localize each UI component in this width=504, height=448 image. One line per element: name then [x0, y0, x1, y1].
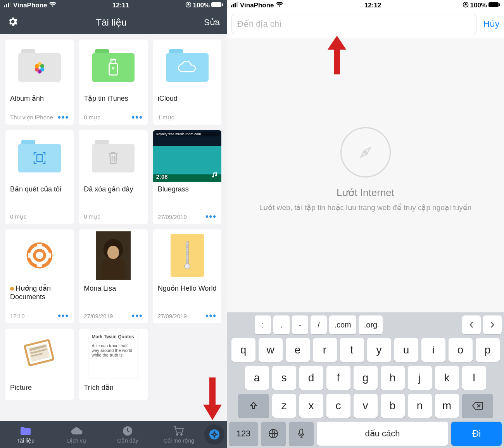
browser-button[interactable] [204, 424, 224, 445]
tile-guide[interactable]: Hướng dẫn Documents 12:10••• [5, 229, 74, 323]
svg-point-26 [176, 434, 178, 435]
tile-sub: Thư viện iPhone [10, 114, 53, 121]
key-org[interactable]: .org [359, 315, 383, 334]
key-n[interactable]: n [408, 394, 432, 418]
key-y[interactable]: y [367, 338, 391, 362]
tile-itunes[interactable]: Tập tin iTunes 0 mục••• [79, 40, 147, 125]
key-go[interactable]: Đi [451, 422, 502, 446]
scan-icon [32, 150, 47, 166]
key-m[interactable]: m [435, 394, 459, 418]
key-mic[interactable] [289, 422, 314, 446]
battery-icon [211, 2, 223, 9]
key-prev[interactable] [462, 315, 481, 334]
folder-icon [20, 426, 31, 436]
key-dot[interactable]: . [273, 315, 290, 334]
key-k[interactable]: k [435, 366, 459, 390]
keyboard-accessory: : . - / .com .org [229, 315, 502, 334]
key-d[interactable]: d [299, 366, 323, 390]
lifebuoy-icon [26, 242, 53, 269]
key-f[interactable]: f [326, 366, 350, 390]
tile-title: Tập tin iTunes [84, 95, 143, 103]
key-q[interactable]: q [231, 338, 255, 362]
tile-mona-lisa[interactable]: Mona Lisa 27/09/2019••• [79, 229, 147, 323]
key-a[interactable]: a [245, 366, 269, 390]
tile-helloworld[interactable]: Nguồn Hello World 27/09/2019••• [153, 229, 221, 323]
zip-icon [183, 241, 192, 269]
battery-percent: 100% [193, 2, 210, 9]
more-button[interactable]: ••• [205, 215, 217, 219]
key-slash[interactable]: / [311, 315, 327, 334]
tab-recent[interactable]: Gần đây [102, 421, 154, 448]
tile-title: iCloud [158, 95, 217, 103]
key-v[interactable]: v [354, 394, 378, 418]
file-grid[interactable]: Album ảnh Thư viện iPhone••• Tập tin iTu… [0, 34, 227, 421]
tile-quote[interactable]: Mark Twain Quotes A lie can travel half … [79, 329, 147, 400]
page-title: Tài liệu [96, 17, 127, 28]
browser-screen: VinaPhone 12:12 100% Đến địa chỉ Hủy Lướ… [227, 0, 504, 448]
cancel-button[interactable]: Hủy [483, 19, 499, 29]
more-button[interactable]: ••• [132, 116, 143, 119]
more-button[interactable]: ••• [58, 314, 69, 318]
key-backspace[interactable] [462, 394, 493, 418]
key-c[interactable]: c [326, 394, 350, 418]
tab-label: Dịch vụ [67, 438, 86, 444]
tile-icloud[interactable]: iCloud 1 mục [153, 40, 221, 125]
tile-trash[interactable]: Đã xóa gần đây 0 mục [79, 130, 147, 224]
svg-point-27 [181, 434, 182, 435]
tab-services[interactable]: Dịch vụ [51, 421, 102, 448]
key-r[interactable]: r [313, 338, 337, 362]
key-l[interactable]: l [462, 366, 486, 390]
key-t[interactable]: t [340, 338, 364, 362]
key-j[interactable]: j [408, 366, 432, 390]
address-input[interactable]: Đến địa chỉ [231, 14, 476, 34]
settings-button[interactable] [7, 16, 19, 29]
tile-bluegrass[interactable]: Royalty free music room.com 2:08 Bluegra… [153, 130, 221, 224]
key-x[interactable]: x [299, 394, 323, 418]
clock-icon [123, 426, 133, 436]
key-p[interactable]: p [476, 338, 500, 362]
cloud-icon [177, 61, 197, 74]
key-com[interactable]: .com [329, 315, 356, 334]
key-colon[interactable]: : [255, 315, 271, 334]
svg-rect-2 [8, 3, 9, 7]
annotation-arrow-up [328, 36, 346, 74]
svg-rect-18 [186, 241, 188, 265]
tile-album[interactable]: Album ảnh Thư viện iPhone••• [5, 40, 74, 125]
documents-screen: VinaPhone 12:11 100% Tài liệu Sửa [0, 0, 227, 448]
wifi-icon [276, 2, 283, 9]
key-s[interactable]: s [272, 366, 296, 390]
tile-picture[interactable]: Picture [5, 329, 74, 400]
key-space[interactable]: dấu cách [317, 422, 448, 446]
edit-button[interactable]: Sửa [204, 17, 220, 28]
key-next[interactable] [483, 315, 502, 334]
signal-icon [231, 2, 238, 9]
tile-sub: 1 mục [158, 114, 174, 121]
key-z[interactable]: z [272, 394, 296, 418]
key-h[interactable]: h [381, 366, 405, 390]
svg-rect-41 [334, 49, 340, 74]
more-button[interactable]: ••• [205, 314, 217, 318]
tile-sub: 27/09/2019 [158, 313, 187, 319]
key-shift[interactable] [238, 394, 269, 418]
key-o[interactable]: o [449, 338, 473, 362]
key-b[interactable]: b [381, 394, 405, 418]
key-e[interactable]: e [286, 338, 310, 362]
more-button[interactable]: ••• [132, 314, 143, 318]
tile-sub: 0 mục [84, 213, 100, 220]
carrier-label: VinaPhone [240, 2, 274, 9]
tab-addons[interactable]: Gói mở rộng [153, 421, 204, 448]
tile-title: Mona Lisa [84, 284, 143, 293]
key-u[interactable]: u [394, 338, 418, 362]
tile-scans[interactable]: Bản quét của tôi 0 mục [5, 130, 74, 224]
key-numbers[interactable]: 123 [229, 422, 258, 446]
tile-title: Đã xóa gần đây [84, 185, 143, 194]
more-button[interactable]: ••• [58, 116, 69, 119]
key-globe[interactable] [261, 422, 286, 446]
battery-percent: 100% [470, 2, 487, 9]
tab-documents[interactable]: Tài liệu [0, 421, 51, 448]
key-i[interactable]: i [421, 338, 445, 362]
key-dash[interactable]: - [292, 315, 308, 334]
key-w[interactable]: w [259, 338, 283, 362]
key-g[interactable]: g [354, 366, 378, 390]
tile-title: Picture [10, 384, 69, 392]
